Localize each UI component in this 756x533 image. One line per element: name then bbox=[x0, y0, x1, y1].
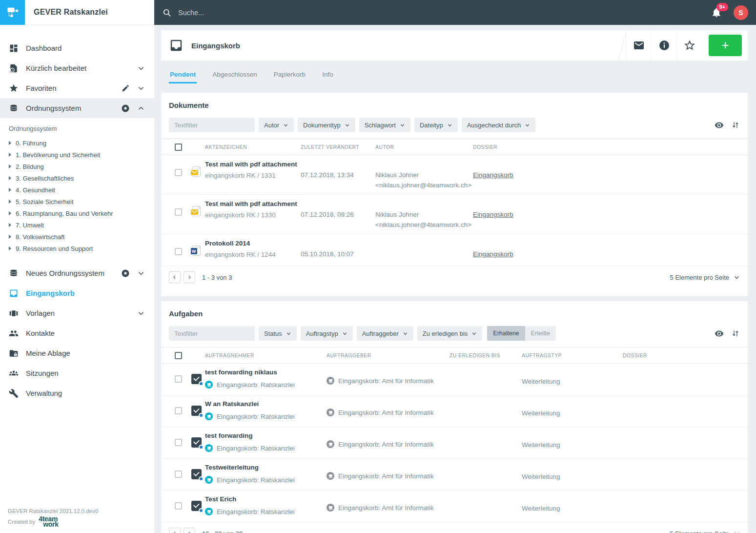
expand-arrow-icon[interactable] bbox=[9, 223, 11, 227]
tree-node[interactable]: 7. Umwelt bbox=[6, 219, 154, 231]
row-checkbox[interactable] bbox=[175, 407, 182, 414]
documents-textfilter-input[interactable] bbox=[169, 118, 255, 132]
tree-node[interactable]: 8. Volkswirtschaft bbox=[6, 231, 154, 243]
filter-ausgecheckt-durch[interactable]: Ausgecheckt durch bbox=[462, 118, 536, 132]
sidebar-item-dashboard[interactable]: Dashboard bbox=[0, 38, 154, 58]
next-page-button[interactable] bbox=[184, 271, 195, 283]
document-title[interactable]: Test mail with pdf attachment bbox=[205, 160, 301, 169]
tab-info[interactable]: Info bbox=[321, 69, 334, 83]
row-checkbox[interactable] bbox=[175, 471, 182, 478]
dossier-link[interactable]: Eingangskorb bbox=[473, 171, 513, 179]
sort-button[interactable] bbox=[731, 329, 740, 338]
column-header[interactable]: AUFTRAGNEHMER bbox=[205, 352, 327, 358]
row-checkbox[interactable] bbox=[175, 375, 182, 383]
tab-papierkorb[interactable]: Papierkorb bbox=[273, 69, 306, 83]
fourteamwork-logo[interactable]: 4team work bbox=[39, 516, 58, 527]
chevron-down-icon[interactable] bbox=[137, 64, 145, 73]
items-per-page-select[interactable]: 5 Elemente pro Seite bbox=[670, 274, 740, 281]
chevron-down-icon[interactable] bbox=[137, 309, 145, 318]
table-row[interactable]: W an Ratskanzlei Eingangskorb: Ratskanzl… bbox=[161, 395, 748, 427]
table-row[interactable]: Test mail with pdf attachment eingangsko… bbox=[161, 155, 748, 195]
app-logo[interactable] bbox=[0, 0, 25, 25]
column-header[interactable]: DOSSIER bbox=[623, 352, 740, 358]
sidebar-item-recently-edited[interactable]: Kürzlich bearbeitet bbox=[0, 58, 154, 78]
sidebar-item-kontakte[interactable]: Kontakte bbox=[0, 323, 154, 343]
tab-abgeschlossen[interactable]: Abgeschlossen bbox=[211, 69, 258, 83]
select-all-checkbox[interactable] bbox=[175, 144, 182, 151]
tree-node[interactable]: 9. Ressourcen und Support bbox=[6, 243, 154, 254]
items-per-page-select[interactable]: 5 Elemente pro Seite bbox=[670, 530, 740, 533]
search-icon[interactable] bbox=[162, 8, 172, 18]
sidebar-item-eingangskorb[interactable]: Eingangskorb bbox=[0, 283, 154, 303]
task-title[interactable]: test forwarding bbox=[205, 431, 327, 441]
column-visibility-button[interactable] bbox=[715, 121, 724, 130]
row-checkbox[interactable] bbox=[175, 248, 182, 255]
expand-arrow-icon[interactable] bbox=[9, 141, 11, 145]
filter-dateityp[interactable]: Dateityp bbox=[414, 118, 458, 132]
tree-node[interactable]: 6. Raumplanung, Bau und Verkehr bbox=[6, 207, 154, 219]
filter-zu-erledigen-bis[interactable]: Zu erledigen bis bbox=[417, 326, 483, 341]
send-mail-button[interactable] bbox=[626, 30, 651, 61]
column-header[interactable]: DOSSIER bbox=[473, 144, 740, 150]
row-checkbox[interactable] bbox=[175, 169, 182, 176]
sort-button[interactable] bbox=[731, 121, 740, 129]
column-header[interactable]: AUFTRAGSTYP bbox=[522, 352, 623, 358]
table-row[interactable]: test forwarding Eingangskorb: Ratskanzle… bbox=[161, 427, 748, 459]
column-header[interactable]: ZU ERLEDIGEN BIS bbox=[450, 352, 522, 358]
row-checkbox[interactable] bbox=[175, 502, 182, 510]
expand-arrow-icon[interactable] bbox=[9, 188, 11, 192]
tree-node[interactable]: 2. Bildung bbox=[6, 161, 154, 172]
favorite-badge-icon[interactable] bbox=[121, 269, 130, 278]
expand-arrow-icon[interactable] bbox=[9, 235, 11, 239]
document-title[interactable]: Test mail with pdf attachment bbox=[205, 199, 301, 209]
table-row[interactable]: W Protokoll 2014 eingangskorb RK / 1244 … bbox=[161, 234, 748, 266]
sidebar-item-verwaltung[interactable]: Verwaltung bbox=[0, 383, 154, 403]
table-row[interactable]: Testweiterleitung Eingangskorb: Ratskanz… bbox=[161, 459, 748, 491]
filter-status[interactable]: Status bbox=[259, 326, 297, 341]
select-all-checkbox[interactable] bbox=[175, 352, 182, 359]
tasks-textfilter-input[interactable] bbox=[169, 326, 255, 341]
column-header[interactable]: AUFTRAGGEBER bbox=[327, 352, 450, 358]
chevron-down-icon[interactable] bbox=[137, 84, 145, 93]
column-header[interactable]: ZULETZT VERÄNDERT bbox=[301, 144, 375, 150]
task-title[interactable]: W an Ratskanzlei bbox=[205, 399, 327, 409]
toggle-erteilte[interactable]: Erteilte bbox=[525, 326, 556, 341]
dossier-link[interactable]: Eingangskorb bbox=[473, 250, 513, 258]
chevron-up-icon[interactable] bbox=[137, 104, 145, 113]
dossier-link[interactable]: Eingangskorb bbox=[473, 211, 513, 218]
table-row[interactable]: test forwarding niklaus Eingangskorb: Ra… bbox=[161, 364, 748, 395]
column-visibility-button[interactable] bbox=[715, 329, 724, 338]
task-title[interactable]: Testweiterleitung bbox=[205, 463, 327, 472]
info-button[interactable] bbox=[651, 30, 676, 61]
sidebar-item-ordnungssystem[interactable]: Ordnungssystem bbox=[0, 98, 154, 118]
user-avatar[interactable]: S bbox=[734, 5, 748, 20]
expand-arrow-icon[interactable] bbox=[9, 176, 11, 180]
edit-pencil-icon[interactable] bbox=[122, 84, 130, 92]
table-row[interactable]: Test Erich Eingangskorb: Ratskanzlei Ein… bbox=[161, 491, 748, 522]
filter-schlagwort[interactable]: Schlagwort bbox=[359, 118, 410, 132]
tree-root-label[interactable]: Ordnungssystem bbox=[6, 124, 154, 137]
tree-node[interactable]: 5. Soziale Sicherheit bbox=[6, 196, 154, 207]
sidebar-item-neues-ordnungssystem[interactable]: Neues Ordnungssystem bbox=[0, 263, 154, 283]
tree-node[interactable]: 0. Führung bbox=[6, 137, 154, 149]
row-checkbox[interactable] bbox=[175, 208, 182, 216]
expand-arrow-icon[interactable] bbox=[9, 246, 11, 250]
tab-pendent[interactable]: Pendent bbox=[169, 69, 197, 83]
search-input[interactable] bbox=[178, 9, 383, 17]
sidebar-item-meine-ablage[interactable]: Meine Ablage bbox=[0, 343, 154, 363]
sidebar-item-vorlagen[interactable]: Vorlagen bbox=[0, 303, 154, 323]
chevron-down-icon[interactable] bbox=[137, 269, 145, 278]
toggle-erhaltene[interactable]: Erhaltene bbox=[487, 326, 525, 341]
column-header[interactable]: AUTOR bbox=[375, 144, 473, 150]
notifications-button[interactable]: 9+ bbox=[711, 7, 722, 18]
tree-node[interactable]: 4. Gesundheit bbox=[6, 184, 154, 196]
expand-arrow-icon[interactable] bbox=[9, 153, 11, 157]
tree-node[interactable]: 3. Gesellschaftliches bbox=[6, 172, 154, 184]
favorite-badge-icon[interactable] bbox=[121, 104, 130, 113]
next-page-button[interactable] bbox=[184, 528, 195, 533]
add-button[interactable]: + bbox=[709, 35, 742, 56]
table-row[interactable]: Test mail with pdf attachment eingangsko… bbox=[161, 195, 748, 234]
favorite-button[interactable] bbox=[676, 30, 702, 61]
sidebar-item-favorites[interactable]: Favoriten bbox=[0, 78, 154, 98]
prev-page-button[interactable] bbox=[169, 271, 181, 283]
